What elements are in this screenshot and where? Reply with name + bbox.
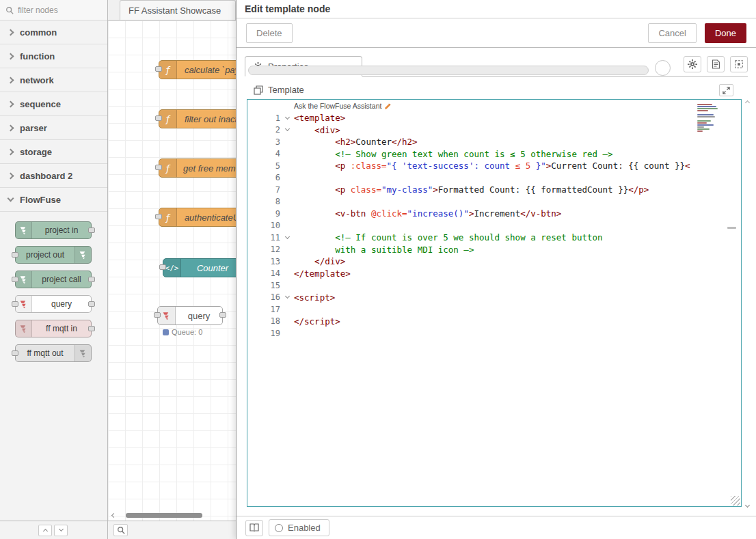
line-number: 13: [247, 257, 280, 266]
template-field-label: Template: [268, 85, 304, 95]
done-button[interactable]: Done: [705, 23, 746, 43]
assistant-input-bar[interactable]: [248, 66, 649, 75]
code-line: 2 <div>: [247, 124, 741, 137]
palette-category-function[interactable]: function: [0, 44, 107, 68]
palette-category-parser[interactable]: parser: [0, 116, 107, 140]
port-left[interactable]: [155, 66, 162, 72]
fold-toggle[interactable]: [280, 237, 294, 238]
scope-icon: [734, 59, 744, 69]
code-text: <div>: [294, 125, 340, 135]
chevron-right-icon: [8, 29, 14, 36]
node-icon: [16, 320, 32, 337]
code-text: <h2>Counter</h2>: [294, 137, 418, 147]
template-code-editor[interactable]: Ask the FlowFuse Assistant 1<template>2 …: [247, 99, 742, 507]
code-line: 14</template>: [247, 268, 741, 280]
fold-chevron-icon: [284, 294, 289, 299]
palette-node-project-out[interactable]: project out: [15, 246, 92, 264]
port-left[interactable]: [154, 312, 161, 318]
settings-button[interactable]: [684, 56, 701, 72]
flow-node-filter-out-inacti[interactable]: ƒfilter out inacti: [159, 109, 236, 128]
code-line: 9 <v-btn @click="increase()">Increment</…: [247, 208, 741, 220]
flow-node-authenticateu[interactable]: ƒauthenticateU: [159, 208, 236, 227]
node-label: authenticateU: [177, 212, 236, 223]
flowfuse-logo-icon: [162, 312, 171, 320]
palette-category-sequence[interactable]: sequence: [0, 92, 107, 116]
horizontal-scrollbar[interactable]: [112, 512, 236, 518]
palette-node-project-in[interactable]: project in: [15, 221, 92, 239]
cancel-button[interactable]: Cancel: [648, 23, 696, 43]
description-button[interactable]: [707, 56, 725, 72]
node-icon: [75, 345, 91, 361]
palette-category-common[interactable]: common: [0, 20, 107, 44]
line-number: 14: [247, 268, 280, 278]
code-text: <!— Show green text when count is ≤ 5 ot…: [294, 149, 613, 159]
category-label: common: [20, 27, 57, 38]
port-left[interactable]: [159, 264, 166, 270]
filter-nodes-input[interactable]: [18, 5, 93, 15]
minimap[interactable]: [697, 104, 723, 134]
chevron-right-icon: [8, 148, 14, 155]
port-right: [88, 326, 95, 331]
status-text: Queue: 0: [172, 328, 202, 336]
palette-search[interactable]: [0, 0, 107, 20]
palette-node-ff-mqtt-out[interactable]: ff mqtt out: [15, 344, 92, 362]
flowfuse-logo-icon: [19, 226, 28, 235]
palette-node-project-call[interactable]: project call: [15, 271, 92, 288]
scrollbar-marker: [727, 227, 736, 229]
editor-lines[interactable]: 1<template>2 <div>3 <h2>Counter</h2>4 <!…: [247, 100, 741, 340]
scroll-up-icon[interactable]: [745, 100, 750, 105]
workspace: FF Assistant Showcase ƒcalculate `payƒfi…: [108, 0, 236, 521]
tab-ff-assistant-showcase[interactable]: FF Assistant Showcase: [120, 0, 236, 20]
palette-category-FlowFuse[interactable]: FlowFuse: [0, 188, 107, 212]
search-flows-button[interactable]: [113, 524, 128, 536]
fold-toggle[interactable]: [280, 118, 294, 119]
tray-body: Properties Template: [237, 48, 756, 516]
fold-toggle[interactable]: [280, 129, 294, 130]
flow-node-calculate-pay[interactable]: ƒcalculate `pay: [159, 60, 236, 79]
scroll-down-icon[interactable]: [745, 503, 750, 508]
flowfuse-logo-icon: [79, 251, 87, 260]
palette-node-ff-mqtt-in[interactable]: ff mqtt in: [15, 320, 92, 337]
chevron-right-icon: [8, 53, 14, 59]
edit-template-node-tray: Edit template node Delete Cancel Done Pr…: [236, 0, 756, 539]
expand-editor-button[interactable]: [719, 84, 733, 96]
flow-node-counter[interactable]: </>Counter: [163, 258, 236, 277]
workspace-tabbar: FF Assistant Showcase: [108, 0, 236, 20]
port-right: [88, 277, 95, 282]
port-left[interactable]: [155, 165, 162, 170]
scope-button[interactable]: [730, 56, 748, 72]
flowfuse-logo-icon: [19, 300, 28, 309]
workspace-canvas[interactable]: ƒcalculate `payƒfilter out inactiƒget fr…: [108, 20, 236, 521]
palette-category-storage[interactable]: storage: [0, 140, 107, 164]
horizontal-scrollbar-thumb[interactable]: [126, 513, 202, 518]
line-number: 4: [247, 149, 280, 158]
line-number: 9: [247, 209, 280, 219]
editor-resize-grip[interactable]: [731, 496, 740, 506]
flow-node-query[interactable]: query: [157, 306, 223, 325]
fold-chevron-icon: [284, 126, 289, 131]
code-text: <template>: [294, 113, 345, 123]
assistant-hint[interactable]: Ask the FlowFuse Assistant: [294, 102, 392, 110]
enabled-label: Enabled: [288, 523, 321, 533]
palette-category-dashboard-2[interactable]: dashboard 2: [0, 164, 107, 188]
collapse-all-categories-button[interactable]: [38, 525, 52, 536]
docs-book-button[interactable]: [245, 520, 263, 536]
fold-toggle[interactable]: [280, 296, 294, 298]
palette-node-label: project in: [32, 225, 91, 235]
delete-button[interactable]: Delete: [246, 23, 293, 43]
node-enabled-toggle[interactable]: Enabled: [269, 519, 329, 536]
palette-node-query[interactable]: query: [15, 295, 92, 313]
expand-all-categories-button[interactable]: [54, 525, 68, 536]
port-right[interactable]: [219, 312, 226, 318]
code-text: </div>: [294, 256, 345, 266]
palette-category-network[interactable]: network: [0, 68, 107, 92]
port-right: [88, 227, 95, 233]
flowfuse-logo-icon: [19, 324, 28, 333]
port-left[interactable]: [155, 115, 162, 121]
flow-node-get-free-memo[interactable]: ƒget free memo: [159, 158, 236, 178]
assistant-submit-button[interactable]: [655, 60, 671, 76]
code-line: 1<template>: [247, 112, 741, 124]
port-left[interactable]: [155, 214, 162, 219]
code-line: 13 </div>: [247, 255, 741, 268]
line-number: 10: [247, 221, 280, 230]
